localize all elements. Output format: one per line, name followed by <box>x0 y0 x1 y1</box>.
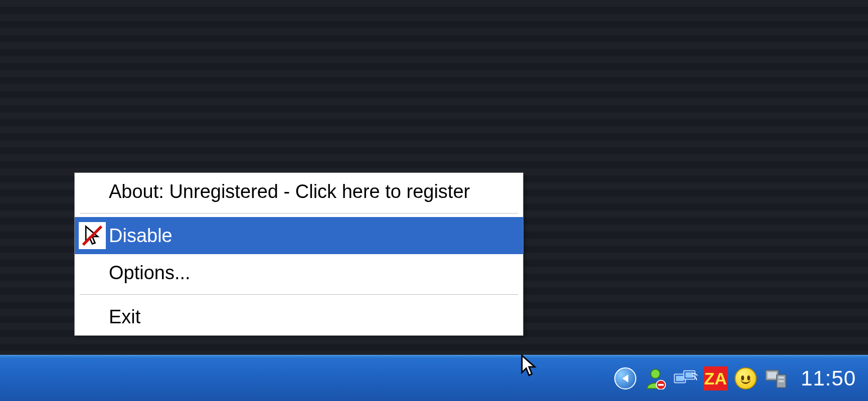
dual-monitor-icon <box>673 367 698 389</box>
person-icon <box>644 367 666 389</box>
messenger-status-icon[interactable] <box>643 366 667 390</box>
menu-item-label: Disable <box>109 225 172 247</box>
yellow-face-icon[interactable] <box>734 366 758 390</box>
tray-context-menu: About: Unregistered - Click here to regi… <box>74 172 524 336</box>
menu-item-options[interactable]: Options... <box>75 254 523 291</box>
menu-item-label: Options... <box>109 262 191 284</box>
tray-expand-icon[interactable] <box>613 366 637 390</box>
svg-rect-4 <box>676 375 683 380</box>
taskbar: ZA 11:50 <box>0 355 868 401</box>
svg-rect-11 <box>778 380 784 382</box>
menu-item-disable[interactable]: Disable <box>75 217 523 254</box>
za-badge-icon: ZA <box>704 366 728 390</box>
svg-rect-10 <box>778 376 784 378</box>
menu-separator <box>80 213 518 214</box>
system-tray: ZA 11:50 <box>613 355 856 401</box>
menu-item-exit[interactable]: Exit <box>75 298 523 335</box>
network-connection-icon[interactable] <box>673 366 698 390</box>
smiley-icon <box>735 367 757 389</box>
pc-device-icon <box>764 367 788 389</box>
hardware-device-icon[interactable] <box>764 366 788 390</box>
chevron-left-icon <box>614 367 636 389</box>
disable-cursor-icon <box>79 222 106 249</box>
zonealarm-icon[interactable]: ZA <box>704 366 728 390</box>
svg-rect-6 <box>685 372 693 377</box>
menu-item-about-register[interactable]: About: Unregistered - Click here to regi… <box>75 173 523 210</box>
svg-rect-2 <box>658 384 663 386</box>
svg-rect-8 <box>767 372 776 378</box>
menu-item-label: Exit <box>109 306 140 328</box>
taskbar-clock[interactable]: 11:50 <box>801 366 856 390</box>
svg-point-0 <box>651 369 660 378</box>
menu-item-label: About: Unregistered - Click here to regi… <box>109 181 470 203</box>
menu-separator <box>80 294 518 295</box>
